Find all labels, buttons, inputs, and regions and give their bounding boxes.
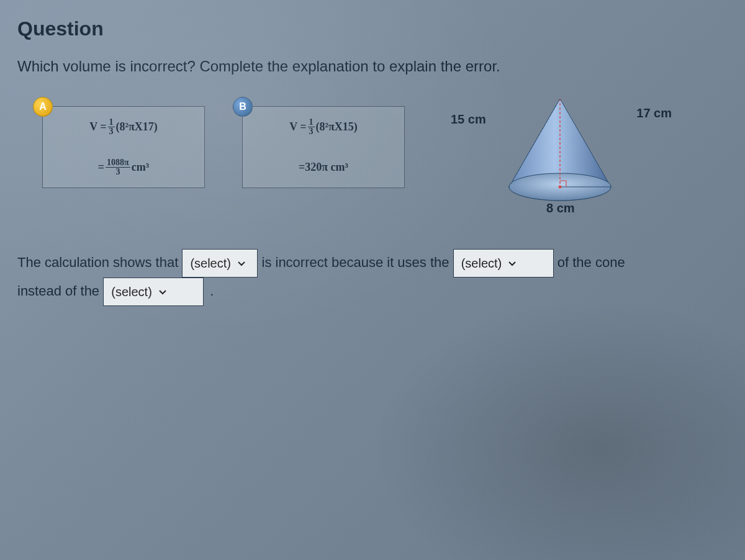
cone-label-slant: 15 cm: [451, 112, 486, 127]
cone-svg: [479, 94, 641, 212]
sentence-part2: is incorrect because it uses the: [262, 255, 453, 270]
panel-b-line2: = 320π cm³: [243, 147, 404, 187]
select-placeholder: (select): [190, 251, 231, 276]
chevron-down-icon: [158, 287, 167, 296]
frac-den: 3: [308, 127, 315, 136]
select-which-incorrect[interactable]: (select): [182, 249, 258, 278]
cone-figure: 15 cm 17 cm 8 cm: [479, 94, 641, 212]
select-uses-the[interactable]: (select): [453, 249, 554, 278]
chevron-down-icon: [508, 259, 517, 268]
select-placeholder: (select): [461, 251, 502, 276]
svg-point-4: [559, 186, 562, 189]
sentence-part3: of the cone: [558, 255, 625, 270]
answer-sentence: The calculation shows that (select) is i…: [17, 249, 728, 306]
sentence-period: .: [210, 283, 214, 299]
panel-a-line1-suffix: (8²πX17): [116, 120, 158, 133]
cone-label-hypotenuse: 17 cm: [636, 106, 672, 120]
frac-den: 3: [108, 127, 115, 136]
panel-a-line2: = 1088π 3 cm³: [43, 147, 204, 187]
panel-b-frac1: 1 3: [308, 118, 315, 136]
panel-b-line1-prefix: V =: [289, 120, 306, 133]
calculation-panel-a: A V = 1 3 (8²πX17) = 1088π 3 cm³: [42, 106, 205, 188]
panel-b-line1-suffix: (8²πX15): [316, 120, 358, 133]
badge-b: B: [233, 97, 253, 117]
sentence-part4: instead of the: [17, 283, 103, 299]
frac-num: 1: [308, 118, 315, 127]
select-instead-of[interactable]: (select): [103, 278, 204, 306]
panel-b-line2-value: 320π cm³: [305, 161, 348, 174]
panel-a-frac1: 1 3: [108, 118, 115, 136]
question-prompt: Which volume is incorrect? Complete the …: [17, 58, 728, 75]
frac-num: 1088π: [106, 158, 130, 168]
chevron-down-icon: [237, 259, 246, 268]
calculation-panel-b: B V = 1 3 (8²πX15) = 320π cm³: [242, 106, 405, 188]
frac-num: 1: [108, 118, 115, 127]
panel-a-frac2: 1088π 3: [106, 158, 130, 176]
content-row: A V = 1 3 (8²πX17) = 1088π 3 cm³ B: [17, 106, 728, 212]
sentence-part1: The calculation shows that: [17, 255, 182, 270]
frac-den: 3: [114, 168, 121, 176]
panel-a-line1: V = 1 3 (8²πX17): [43, 107, 204, 147]
cone-label-radius: 8 cm: [546, 201, 575, 215]
select-placeholder: (select): [111, 279, 152, 304]
panel-b-line1: V = 1 3 (8²πX15): [243, 107, 404, 147]
panel-a-line2-suffix: cm³: [132, 161, 149, 174]
badge-a: A: [33, 97, 53, 117]
panel-a-line2-prefix: =: [98, 161, 104, 174]
panel-b-line2-prefix: =: [299, 161, 305, 174]
question-heading: Question: [17, 17, 728, 40]
panel-a-line1-prefix: V =: [89, 120, 106, 133]
